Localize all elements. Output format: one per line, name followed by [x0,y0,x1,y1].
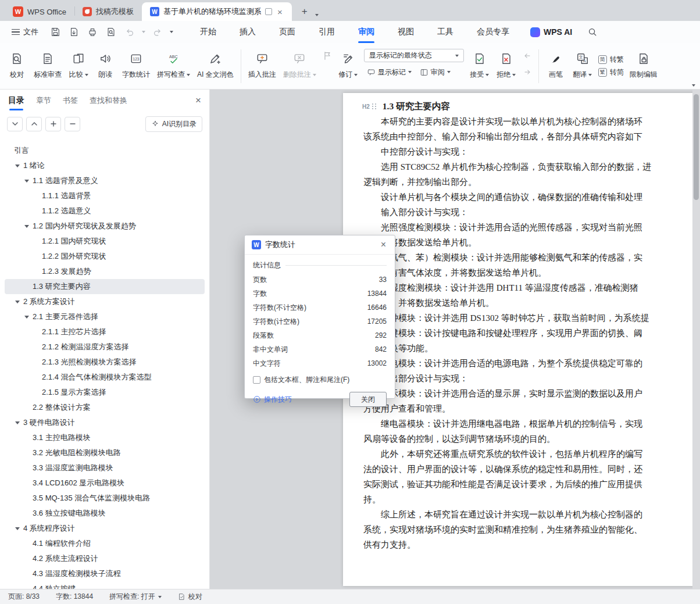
toc-item[interactable]: 4.4 独立按键 [5,581,205,589]
translate-button[interactable]: 文A 翻译 [569,50,596,82]
expand-triangle-icon[interactable] [15,527,20,530]
ai-polish-button[interactable]: AI 全文润色 [194,50,237,82]
expand-all-button[interactable] [26,117,42,131]
sidebar-tab[interactable]: 目录 [8,90,24,112]
wps-ai-button[interactable]: WPS AI [530,27,572,37]
collapse-all-button[interactable] [7,117,23,131]
drag-handle-icon[interactable] [372,103,377,110]
expand-triangle-icon[interactable] [15,421,20,424]
export-icon[interactable] [67,26,80,38]
scrollbar-thumb[interactable] [694,94,699,200]
toc-item[interactable]: 3.5 MQ-135 混合气体监测模块电路 [5,491,205,506]
toc-item[interactable]: 1.2.3 发展趋势 [5,264,205,279]
menu-item[interactable]: 工具 [426,21,465,43]
sidebar-tab[interactable]: 书签 [63,90,78,112]
toc-item[interactable]: 4.1 编程软件介绍 [5,536,205,551]
checkbox-unchecked-icon[interactable] [253,376,260,384]
menu-item[interactable]: 视图 [386,21,426,43]
word-count-status[interactable]: 字数: 13844 [56,592,93,602]
to-traditional-button[interactable]: 简 转繁 [598,55,624,65]
toc-item[interactable]: 2.1 主要元器件选择 [5,309,205,324]
vertical-scrollbar[interactable] [692,90,700,589]
proofread-status[interactable]: 校对 [178,592,202,602]
toc-item[interactable]: 2.1.2 检测温湿度方案选择 [5,339,205,355]
expand-triangle-icon[interactable] [24,316,29,319]
print-preview-icon[interactable] [105,26,117,38]
toc-item[interactable]: 2.1.4 混合气体检测模块方案选型 [5,370,205,385]
redo-chevron-icon[interactable] [170,31,173,33]
print-icon[interactable] [86,26,99,38]
toc-item[interactable]: 1.1.2 选题意义 [5,203,205,219]
compare-button[interactable]: 比较 [65,50,92,82]
tab-template[interactable]: 找稿壳模板 [74,2,142,21]
menu-item[interactable]: 页面 [267,21,307,43]
toc-item[interactable]: 1.1 选题背景及意义 [5,173,205,188]
zoom-in-button[interactable] [45,117,61,131]
tips-link[interactable]: 操作技巧 [253,395,292,405]
ink-button[interactable]: 画笔 [542,50,569,82]
tab-list-chevron-icon[interactable] [315,14,319,16]
tab-wps-home[interactable]: W WPS Office [5,2,74,21]
sidebar-tab[interactable]: 查找和替换 [90,90,127,112]
spell-check-button[interactable]: ABC 拼写检查 [153,50,194,82]
expand-triangle-icon[interactable] [15,301,20,303]
search-icon[interactable] [586,26,599,38]
accept-button[interactable]: 接受 [466,50,493,82]
toc-item[interactable]: 3.2 光敏电阻检测模块电路 [5,445,205,460]
expand-triangle-icon[interactable] [15,165,20,167]
word-count-button[interactable]: 123 字数统计 [119,50,153,82]
menu-item[interactable]: 开始 [188,21,228,43]
toc-item[interactable]: 1.3 研究主要内容 [5,279,205,294]
toc-item[interactable]: 4.3 温湿度检测模块子流程 [5,566,205,581]
new-tab-button[interactable]: + [298,5,312,19]
track-changes-button[interactable]: 修订 [335,50,362,82]
toc-item[interactable]: 3 硬件电路设计 [5,415,205,430]
expand-triangle-icon[interactable] [24,180,29,183]
dialog-close-icon[interactable]: × [379,239,388,251]
proofread-button[interactable]: 校对 [3,50,30,82]
review-pane-button[interactable]: 审阅 [417,65,453,79]
close-dialog-button[interactable]: 关闭 [349,392,387,407]
toc-item[interactable]: 3.6 独立按键电路模块 [5,506,205,521]
menu-item[interactable]: 引用 [307,21,347,43]
tab-document[interactable]: W 基于单片机的猪场环境监测系 × [142,2,292,21]
read-aloud-button[interactable]: 朗读 [92,50,119,82]
standard-review-button[interactable]: 标准审查 [30,50,65,82]
toc-item[interactable]: 2.1.5 显示方案选择 [5,385,205,400]
zoom-out-button[interactable] [65,117,80,131]
include-footnotes-option[interactable]: 包括文本框、脚注和尾注(F) [253,375,387,385]
ai-recognize-toc-button[interactable]: AI识别目录 [145,116,202,132]
file-menu-button[interactable]: 文件 [6,27,44,37]
menu-item[interactable]: 审阅 [347,21,386,43]
sidebar-tab[interactable]: 章节 [36,90,51,112]
expand-triangle-icon[interactable] [24,225,29,228]
toc-item[interactable]: 1.2.2 国外研究现状 [5,249,205,264]
menu-item[interactable]: 插入 [228,21,267,43]
markup-state-select[interactable]: 显示标记的最终状态 [364,49,464,62]
toc-item[interactable]: 引言 [5,143,205,158]
toc-item[interactable]: 3.1 主控电路模块 [5,430,205,445]
tab-close-icon[interactable]: × [276,8,284,16]
toc-item[interactable]: 3.4 LCD1602 显示电路模块 [5,476,205,491]
toc-item[interactable]: 3.3 温湿度监测电路模块 [5,460,205,476]
insert-comment-button[interactable]: 插入批注 [245,50,280,82]
toc-item[interactable]: 4 系统程序设计 [5,521,205,536]
toc-item[interactable]: 1.2.1 国内研究现状 [5,234,205,249]
toc-item[interactable]: 1.1.1 选题背景 [5,188,205,203]
reject-button[interactable]: 拒绝 [493,50,520,82]
restrict-editing-button[interactable]: 限制编辑 [626,50,661,82]
toc-item[interactable]: 4.2 系统主流程设计 [5,551,205,566]
toc-item[interactable]: 2 系统方案设计 [5,294,205,309]
save-icon[interactable] [49,26,62,38]
document-page[interactable]: H2 1.3 研究主要内容 本研究的主要内容是设计并实现一款以单片机为核心控制器… [343,93,700,586]
ribbon-collapse-icon[interactable] [692,84,695,87]
tab-split-icon[interactable] [265,8,272,15]
toc-item[interactable]: 1 绪论 [5,158,205,173]
toc-item[interactable]: 2.1.1 主控芯片选择 [5,324,205,339]
show-markup-button[interactable]: 显示标记 [364,65,415,79]
to-simplified-button[interactable]: 繁 转简 [598,67,624,77]
toc-item[interactable]: 1.2 国内外研究现状及发展趋势 [5,219,205,234]
spell-check-status[interactable]: 拼写检查: 打开 [109,592,162,602]
heading-level-marker[interactable]: H2 [362,103,370,110]
sidebar-close-icon[interactable]: × [195,95,201,105]
